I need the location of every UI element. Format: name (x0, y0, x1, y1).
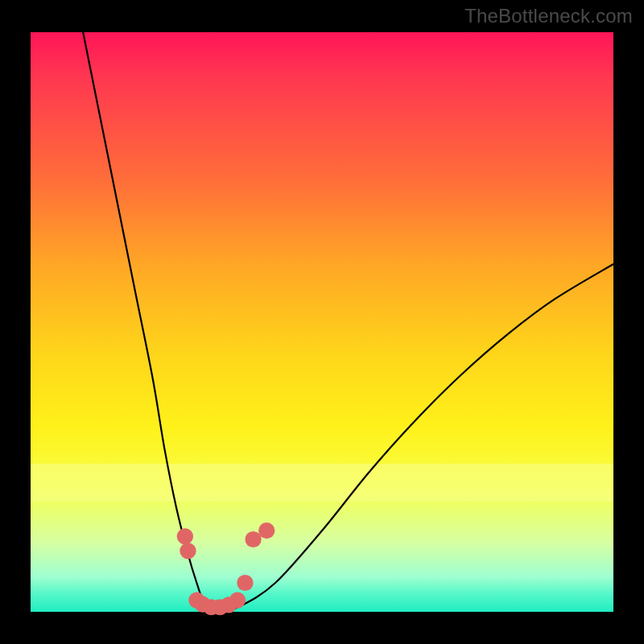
watermark-label: TheBottleneck.com (464, 5, 633, 27)
plot-area (31, 32, 613, 612)
curve-marker (177, 528, 193, 544)
chart-svg (31, 32, 613, 612)
curve-marker (229, 592, 246, 609)
curve-marker (245, 531, 261, 547)
bottleneck-curve (83, 32, 613, 612)
curve-marker (180, 543, 196, 559)
curve-marker (237, 575, 253, 591)
chart-container: TheBottleneck.com (0, 0, 644, 644)
curve-marker (258, 522, 275, 539)
